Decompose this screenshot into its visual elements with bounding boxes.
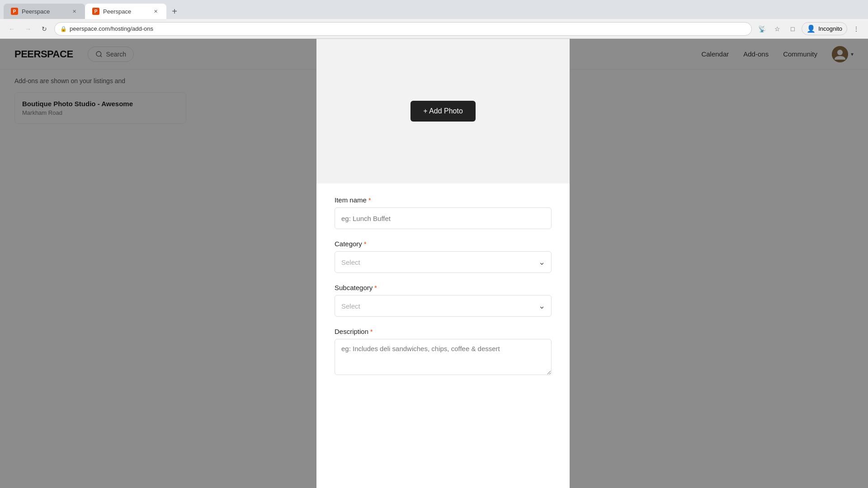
nav-actions: 📡 ☆ □ 👤 Incognito ⋮ xyxy=(755,22,863,35)
page-content: PEERSPACE Search Calendar Add-ons Commun… xyxy=(0,39,868,488)
add-photo-button[interactable]: + Add Photo xyxy=(410,101,476,122)
cast-icon[interactable]: 📡 xyxy=(755,23,768,35)
new-tab-button[interactable]: + xyxy=(168,5,181,18)
category-label: Category * xyxy=(335,240,552,248)
photo-upload-area: + Add Photo xyxy=(316,39,570,183)
category-group: Category * Select ⌄ xyxy=(335,240,552,273)
bookmark-icon[interactable]: ☆ xyxy=(771,23,783,35)
tab-2-close[interactable]: ✕ xyxy=(152,8,159,15)
description-label: Description * xyxy=(335,328,552,335)
tab-1[interactable]: P Peerspace ✕ xyxy=(4,4,85,19)
subcategory-select[interactable]: Select xyxy=(335,295,552,317)
tab-1-close[interactable]: ✕ xyxy=(71,8,78,15)
subcategory-select-wrapper: Select ⌄ xyxy=(335,295,552,317)
extensions-icon[interactable]: □ xyxy=(786,23,799,35)
tab-2[interactable]: P Peerspace ✕ xyxy=(85,4,166,19)
nav-bar: ← → ↻ 🔒 peerspace.com/hosting/add-ons 📡 … xyxy=(0,19,868,39)
incognito-avatar: 👤 xyxy=(807,24,816,33)
category-select-wrapper: Select ⌄ xyxy=(335,251,552,273)
tab-bar: P Peerspace ✕ P Peerspace ✕ + xyxy=(0,0,868,19)
description-group: Description * xyxy=(335,328,552,377)
item-name-required: * xyxy=(368,197,371,204)
address-text: peerspace.com/hosting/add-ons xyxy=(70,25,746,32)
incognito-button[interactable]: 👤 Incognito xyxy=(802,22,847,35)
back-button[interactable]: ← xyxy=(5,23,18,35)
category-select[interactable]: Select xyxy=(335,251,552,273)
description-textarea[interactable] xyxy=(335,339,552,375)
modal-panel: + Add Photo Item name * Category * xyxy=(316,39,570,488)
tab-1-favicon: P xyxy=(11,8,18,15)
lock-icon: 🔒 xyxy=(60,26,67,32)
form-area: Item name * Category * Select xyxy=(316,183,570,377)
address-bar[interactable]: 🔒 peerspace.com/hosting/add-ons xyxy=(54,22,752,36)
subcategory-required: * xyxy=(374,284,377,291)
description-required: * xyxy=(370,328,373,335)
menu-button[interactable]: ⋮ xyxy=(850,23,863,35)
forward-button[interactable]: → xyxy=(22,23,34,35)
item-name-group: Item name * xyxy=(335,196,552,229)
category-required: * xyxy=(364,240,366,248)
subcategory-label: Subcategory * xyxy=(335,284,552,291)
incognito-label: Incognito xyxy=(818,25,842,32)
tab-2-favicon: P xyxy=(92,8,99,15)
tab-2-title: Peerspace xyxy=(103,8,148,15)
tab-1-title: Peerspace xyxy=(22,8,67,15)
item-name-input[interactable] xyxy=(335,207,552,229)
item-name-label: Item name * xyxy=(335,196,552,204)
reload-button[interactable]: ↻ xyxy=(38,23,51,35)
browser-window: P Peerspace ✕ P Peerspace ✕ + ← → ↻ 🔒 pe… xyxy=(0,0,868,488)
subcategory-group: Subcategory * Select ⌄ xyxy=(335,284,552,317)
